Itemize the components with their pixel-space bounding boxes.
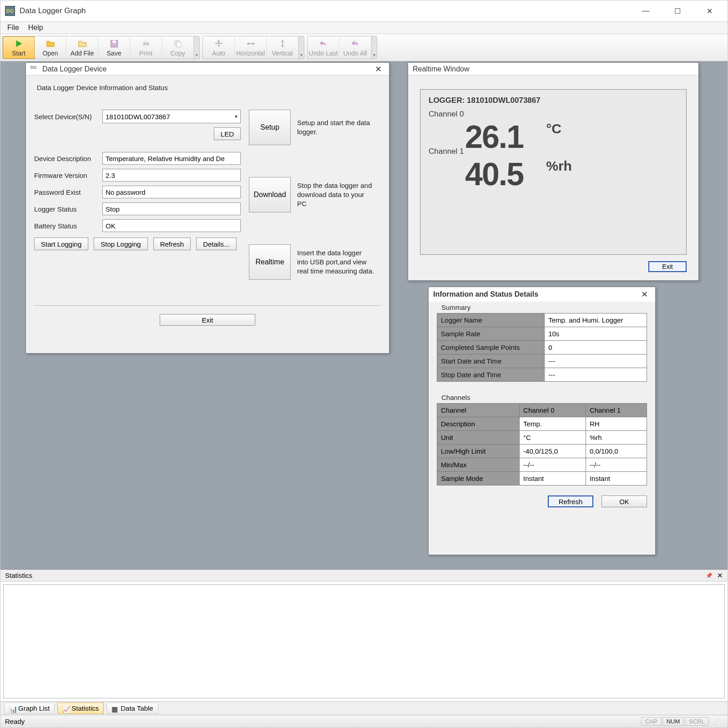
channels-heading: Channels bbox=[441, 394, 647, 401]
status-num: NUM bbox=[662, 717, 684, 726]
realtime-window: Realtime Window LOGGER: 181010DWL0073867… bbox=[408, 62, 699, 281]
details-ok-button[interactable]: OK bbox=[602, 495, 647, 507]
titlebar: DG Data Logger Graph — ☐ ✕ bbox=[0, 0, 728, 21]
play-icon bbox=[14, 39, 24, 49]
stop-logging-button[interactable]: Stop Logging bbox=[94, 238, 147, 250]
bottom-tabstrip: 📊Graph List 📈Statistics ▦Data Table bbox=[0, 701, 728, 715]
details-button[interactable]: Details... bbox=[196, 238, 236, 250]
toolbar-start[interactable]: Start bbox=[3, 36, 35, 59]
svg-marker-0 bbox=[16, 40, 22, 47]
copy-icon bbox=[173, 39, 183, 49]
channel0-unit: °C bbox=[546, 121, 561, 136]
toolbar-grip[interactable]: ▾ bbox=[194, 36, 199, 59]
logger-status-field[interactable]: Stop bbox=[102, 202, 241, 215]
setup-desc: Setup and start the data logger. bbox=[297, 118, 374, 137]
setup-button[interactable]: Setup bbox=[249, 110, 291, 145]
close-button[interactable]: ✕ bbox=[700, 4, 718, 18]
channel1-unit: %rh bbox=[546, 158, 572, 174]
summary-heading: Summary bbox=[441, 303, 647, 311]
folder-open-icon bbox=[46, 39, 56, 49]
toolbar-vertical[interactable]: Vertical bbox=[267, 36, 298, 59]
start-logging-button[interactable]: Start Logging bbox=[34, 238, 88, 250]
undo-icon bbox=[318, 39, 329, 49]
realtime-panel: LOGGER: 181010DWL0073867 Channel 0 26.1 … bbox=[420, 89, 687, 255]
folder-add-icon bbox=[77, 39, 87, 49]
toolbar-undoall[interactable]: Undo All bbox=[339, 36, 371, 59]
realtime-button[interactable]: Realtime bbox=[249, 244, 291, 280]
toolbar-print[interactable]: Print bbox=[130, 36, 162, 59]
table-icon: ▦ bbox=[111, 705, 118, 712]
label-password: Password Exist bbox=[34, 188, 102, 196]
toolbar-open[interactable]: Open bbox=[35, 36, 66, 59]
menubar: File Help bbox=[0, 21, 728, 34]
save-icon bbox=[109, 39, 119, 49]
toolbar-copy[interactable]: Copy bbox=[162, 36, 194, 59]
close-icon[interactable]: ✕ bbox=[717, 571, 723, 580]
toolbar-save[interactable]: Save bbox=[98, 36, 130, 59]
statistics-panel: Statistics 📌 ✕ bbox=[0, 569, 728, 701]
arrows-v-icon bbox=[278, 39, 288, 49]
device-description-field[interactable]: Temperature, Relative Humidity and De bbox=[102, 152, 241, 165]
password-field[interactable]: No password bbox=[102, 186, 241, 198]
arrows-h-icon bbox=[246, 39, 256, 49]
pin-icon[interactable]: 📌 bbox=[706, 572, 713, 579]
status-grip[interactable]: ⋰ bbox=[710, 718, 723, 725]
menu-help[interactable]: Help bbox=[28, 24, 43, 32]
undo-all-icon bbox=[350, 39, 360, 49]
toolbar-undolast[interactable]: Undo Last bbox=[308, 36, 339, 59]
label-firmware: Firmware Version bbox=[34, 172, 102, 179]
device-window-title: Data Logger Device bbox=[42, 65, 106, 73]
list-icon: 📊 bbox=[9, 705, 15, 712]
app-icon: DG bbox=[30, 65, 39, 73]
download-button[interactable]: Download bbox=[249, 177, 291, 212]
firmware-field[interactable]: 2.3 bbox=[102, 169, 241, 182]
statistics-title: Statistics bbox=[5, 571, 32, 579]
statusbar: Ready CAP NUM SCRL ⋰ bbox=[0, 715, 728, 728]
status-cap: CAP bbox=[641, 717, 662, 726]
label-logger-status: Logger Status bbox=[34, 205, 102, 213]
toolbar-start-label: Start bbox=[12, 50, 25, 57]
app-title: Data Logger Graph bbox=[20, 6, 637, 15]
minimize-button[interactable]: — bbox=[637, 4, 655, 18]
close-icon[interactable]: ✕ bbox=[372, 64, 384, 74]
stats-icon: 📈 bbox=[62, 705, 69, 712]
channel1-value: 40.5 bbox=[465, 156, 523, 192]
details-refresh-button[interactable]: Refresh bbox=[548, 495, 593, 507]
statistics-body bbox=[3, 584, 725, 698]
toolbar-grip[interactable]: ▾ bbox=[298, 36, 304, 59]
svg-rect-7 bbox=[177, 42, 181, 47]
workspace: DG Data Logger Device ✕ Data Logger Devi… bbox=[0, 61, 728, 569]
device-select[interactable]: 181010DWL0073867 bbox=[102, 110, 241, 123]
tab-data-table[interactable]: ▦Data Table bbox=[106, 703, 158, 714]
toolbar: Start Open Add File Save Print Copy ▾ Au… bbox=[0, 34, 728, 61]
toolbar-addfile[interactable]: Add File bbox=[66, 36, 98, 59]
menu-file[interactable]: File bbox=[7, 24, 19, 32]
maximize-button[interactable]: ☐ bbox=[668, 4, 687, 18]
device-exit-button[interactable]: Exit bbox=[160, 314, 255, 326]
arrows-move-icon bbox=[214, 39, 224, 49]
details-window-title: Information and Status Details bbox=[433, 290, 538, 298]
svg-rect-5 bbox=[144, 45, 147, 47]
channel0-label: Channel 0 bbox=[429, 110, 678, 119]
led-button[interactable]: LED bbox=[214, 127, 241, 140]
print-icon bbox=[141, 39, 151, 49]
toolbar-horizontal[interactable]: Horizontal bbox=[235, 36, 267, 59]
svg-rect-4 bbox=[144, 40, 147, 42]
label-battery: Battery Status bbox=[34, 222, 102, 230]
device-window: DG Data Logger Device ✕ Data Logger Devi… bbox=[25, 62, 389, 354]
realtime-exit-button[interactable]: Exit bbox=[648, 261, 687, 272]
toolbar-auto[interactable]: Auto bbox=[203, 36, 235, 59]
download-desc: Stop the data logger and download data t… bbox=[297, 181, 374, 209]
tab-graph-list[interactable]: 📊Graph List bbox=[4, 703, 55, 714]
details-window: Information and Status Details ✕ Summary… bbox=[428, 287, 656, 555]
svg-rect-2 bbox=[112, 40, 116, 43]
channels-table: Channel Channel 0 Channel 1 Description … bbox=[437, 403, 647, 485]
label-select-device: Select Device(S/N) bbox=[34, 113, 102, 121]
tab-statistics[interactable]: 📈Statistics bbox=[57, 703, 104, 714]
battery-field[interactable]: OK bbox=[102, 219, 241, 232]
toolbar-grip[interactable]: ▾ bbox=[371, 36, 377, 59]
refresh-button[interactable]: Refresh bbox=[153, 238, 191, 250]
status-scrl: SCRL bbox=[685, 717, 709, 726]
close-icon[interactable]: ✕ bbox=[638, 289, 651, 299]
realtime-window-title: Realtime Window bbox=[413, 65, 469, 73]
